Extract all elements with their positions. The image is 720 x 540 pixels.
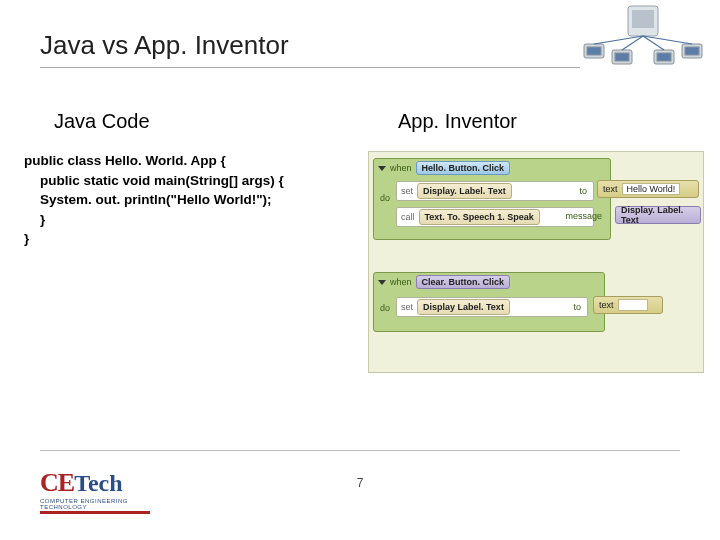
footer-divider xyxy=(40,450,680,451)
message-label: message xyxy=(565,211,602,221)
svg-rect-9 xyxy=(685,47,699,55)
text-chip-value xyxy=(618,299,648,311)
set-target-slot: Display Label. Text xyxy=(417,299,510,315)
svg-rect-3 xyxy=(587,47,601,55)
logo-tech-text: Tech xyxy=(74,470,122,497)
java-column: Java Code public class Hello. World. App… xyxy=(0,110,360,373)
code-line: public class Hello. World. App { xyxy=(24,151,360,171)
text-literal-chip: text Hello World! xyxy=(597,180,699,198)
event-pill: Hello. Button. Click xyxy=(416,161,511,175)
set-statement: set Display. Label. Text to xyxy=(396,181,594,201)
event-block-hello: when Hello. Button. Click do set Display… xyxy=(373,158,611,240)
code-line: } xyxy=(24,229,360,249)
call-target-slot: Text. To. Speech 1. Speak xyxy=(419,209,540,225)
to-label: to xyxy=(573,302,581,312)
set-keyword: set xyxy=(397,302,417,312)
code-line: public static void main(String[] args) { xyxy=(24,171,360,191)
collapse-icon xyxy=(378,280,386,285)
to-label: to xyxy=(579,186,587,196)
text-chip-label: text xyxy=(603,184,618,194)
blocks-canvas: when Hello. Button. Click do set Display… xyxy=(368,151,704,373)
svg-rect-7 xyxy=(657,53,671,61)
set-target-slot: Display. Label. Text xyxy=(417,183,512,199)
logo-subtitle: COMPUTER ENGINEERING TECHNOLOGY xyxy=(40,498,150,514)
do-label: do xyxy=(380,303,390,313)
code-line: } xyxy=(24,210,360,230)
when-keyword: when xyxy=(390,163,412,173)
header-graphic xyxy=(578,0,708,70)
set-statement: set Display Label. Text to xyxy=(396,297,588,317)
svg-rect-5 xyxy=(615,53,629,61)
event-block-clear: when Clear. Button. Click do set Display… xyxy=(373,272,605,332)
text-chip-value: Hello World! xyxy=(622,183,681,195)
when-keyword: when xyxy=(390,277,412,287)
svg-rect-1 xyxy=(632,10,654,28)
java-code-block: public class Hello. World. App { public … xyxy=(24,151,360,249)
do-label: do xyxy=(380,193,390,203)
text-literal-chip: text xyxy=(593,296,663,314)
appinventor-column: App. Inventor when Hello. Button. Click … xyxy=(360,110,720,373)
set-keyword: set xyxy=(397,186,417,196)
logo-ce-text: CE xyxy=(40,468,74,498)
code-line: System. out. println("Hello World!"); xyxy=(24,190,360,210)
text-chip-label: text xyxy=(599,300,614,310)
cetech-logo: CETech COMPUTER ENGINEERING TECHNOLOGY xyxy=(40,468,150,514)
collapse-icon xyxy=(378,166,386,171)
appinventor-heading: App. Inventor xyxy=(368,110,720,133)
slide-title: Java vs App. Inventor xyxy=(40,30,580,68)
java-heading: Java Code xyxy=(24,110,360,133)
event-pill: Clear. Button. Click xyxy=(416,275,511,289)
value-reference-chip: Display. Label. Text xyxy=(615,206,701,224)
call-keyword: call xyxy=(397,212,419,222)
call-statement: call Text. To. Speech 1. Speak xyxy=(396,207,594,227)
